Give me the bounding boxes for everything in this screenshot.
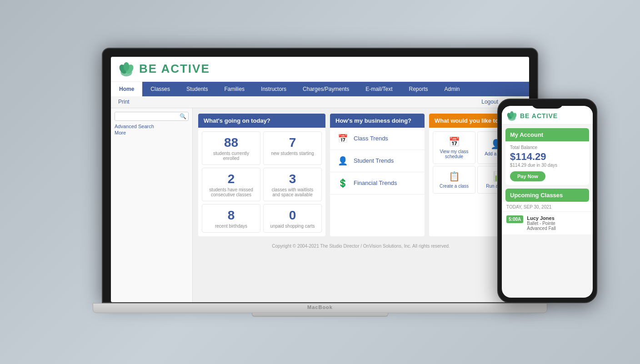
phone-notch: [531, 100, 563, 109]
nav-reports[interactable]: Reports: [400, 82, 436, 96]
trends-list: 📅 Class Trends 👤 Student Trends: [330, 128, 425, 194]
phone: BE ACTIVE My Account Total Balance $114.…: [497, 99, 597, 303]
stat-enrolled-number: 88: [206, 135, 256, 150]
financial-trends-item[interactable]: 💲 Financial Trends: [330, 172, 425, 194]
student-trends-label: Student Trends: [354, 157, 394, 164]
my-account-body: Total Balance $114.29 $114.29 due in 30 …: [505, 141, 589, 185]
nav-home[interactable]: Home: [111, 82, 142, 96]
nav-students[interactable]: Students: [178, 82, 216, 96]
stat-birthdays: 8 recent birthdays: [202, 204, 260, 233]
macbook-label: MacBook: [93, 304, 547, 310]
stat-missed: 2 students have missed consecutive class…: [202, 168, 260, 201]
stat-waitlist: 3 classes with waitlists and space avail…: [263, 168, 322, 201]
class-trends-item[interactable]: 📅 Class Trends: [330, 128, 425, 150]
student-trends-item[interactable]: 👤 Student Trends: [330, 150, 425, 172]
pay-now-button[interactable]: Pay Now: [510, 171, 545, 181]
logout-link[interactable]: Logout: [481, 99, 498, 105]
nav-email[interactable]: E-mail/Text: [357, 82, 400, 96]
macbook-base: MacBook: [93, 303, 547, 313]
balance-due: $114.29 due in 30 days: [510, 163, 585, 168]
stat-enrolled: 88 students currently enrolled: [202, 131, 260, 165]
stat-waitlist-label: classes with waitlists and space availab…: [267, 187, 318, 197]
nav-admin[interactable]: Admin: [436, 82, 468, 96]
create-class-label: Create a class: [440, 184, 469, 189]
main-content: What's going on today? 88 students curre…: [193, 108, 529, 302]
stat-missed-number: 2: [206, 172, 256, 186]
search-box[interactable]: 🔍: [115, 112, 189, 121]
balance-amount: $114.29: [510, 151, 585, 163]
nav-classes[interactable]: Classes: [142, 82, 178, 96]
view-schedule-label: View my class schedule: [436, 149, 472, 159]
stat-carts: 0 unpaid shopping carts: [263, 204, 322, 233]
person-icon: 👤: [336, 155, 349, 167]
upcoming-classes-header: Upcoming Classes: [505, 189, 589, 202]
sidebar: 🔍 Advanced Search More: [111, 108, 193, 302]
logo-icon: [118, 61, 135, 77]
dollar-icon: 💲: [336, 177, 349, 189]
nav-instructors[interactable]: Instructors: [253, 82, 295, 96]
view-schedule-btn[interactable]: 📅 View my class schedule: [433, 131, 475, 164]
balance-label: Total Balance: [510, 145, 585, 150]
stat-missed-label: students have missed consecutive classes: [206, 187, 256, 197]
class-trends-label: Class Trends: [354, 135, 388, 142]
stats-grid: 88 students currently enrolled 7 new stu…: [198, 128, 325, 236]
app-title: BE ACTIVE: [139, 62, 210, 76]
stat-waitlist-number: 3: [267, 172, 318, 186]
stat-carts-number: 0: [267, 208, 318, 223]
svg-point-7: [510, 111, 514, 117]
stat-new-number: 7: [267, 135, 318, 150]
app-nav: Home Classes Students Families Instructo…: [111, 82, 529, 96]
class-student-name: Lucy Jones: [527, 215, 555, 221]
advanced-search-link[interactable]: Advanced Search: [115, 124, 189, 129]
schedule-icon: 📅: [449, 136, 460, 147]
macbook-foot: [252, 313, 388, 317]
class-name: Ballet - Pointe: [527, 221, 555, 226]
financial-trends-label: Financial Trends: [354, 180, 397, 186]
print-link[interactable]: Print: [118, 99, 130, 105]
section2-header: How's my business doing?: [330, 114, 425, 128]
stat-carts-label: unpaid shopping carts: [267, 224, 318, 229]
stat-birthdays-number: 8: [206, 208, 256, 223]
phone-app-title: BE ACTIVE: [520, 112, 558, 120]
sections-row: What's going on today? 88 students curre…: [198, 114, 524, 236]
phone-header: BE ACTIVE: [502, 106, 593, 125]
phone-screen: BE ACTIVE My Account Total Balance $114.…: [502, 106, 593, 298]
class-card: 5:00A Lucy Jones Ballet - Pointe Advance…: [502, 211, 593, 234]
app-toolbar: Print Logout Help: [111, 96, 529, 108]
section1-header: What's going on today?: [198, 114, 325, 128]
search-icon: 🔍: [180, 113, 186, 120]
phone-logo-icon: [506, 110, 517, 121]
footer: Copyright © 2004-2021 The Studio Directo…: [198, 241, 524, 251]
more-link[interactable]: More: [115, 130, 189, 135]
class-session: Advanced Fall: [527, 226, 555, 231]
class-info: Lucy Jones Ballet - Pointe Advanced Fall: [527, 215, 555, 231]
whats-going-on-panel: What's going on today? 88 students curre…: [198, 114, 325, 236]
nav-charges[interactable]: Charges/Payments: [295, 82, 357, 96]
nav-families[interactable]: Families: [216, 82, 253, 96]
copyright-text: Copyright © 2004-2021 The Studio Directo…: [272, 244, 450, 249]
stat-new-label: new students starting: [267, 151, 318, 156]
class-time-badge: 5:00A: [506, 215, 523, 223]
create-class-btn[interactable]: 📋 Create a class: [433, 166, 475, 194]
create-class-icon: 📋: [449, 171, 460, 182]
app-header: BE ACTIVE: [111, 57, 529, 82]
upcoming-classes-section: Upcoming Classes: [505, 189, 589, 202]
business-panel: How's my business doing? 📅 Class Trends …: [330, 114, 425, 236]
svg-point-3: [124, 62, 130, 71]
my-account-section: My Account Total Balance $114.29 $114.29…: [505, 128, 589, 185]
stat-enrolled-label: students currently enrolled: [206, 151, 256, 161]
search-input[interactable]: [117, 114, 180, 119]
calendar-icon: 📅: [336, 132, 349, 145]
class-date: TODAY, SEP 30, 2021: [502, 202, 593, 211]
stat-birthdays-label: recent birthdays: [206, 224, 256, 229]
my-account-header: My Account: [505, 128, 589, 141]
app-body: 🔍 Advanced Search More What's going on t…: [111, 108, 529, 302]
stat-new-students: 7 new students starting: [263, 131, 322, 165]
